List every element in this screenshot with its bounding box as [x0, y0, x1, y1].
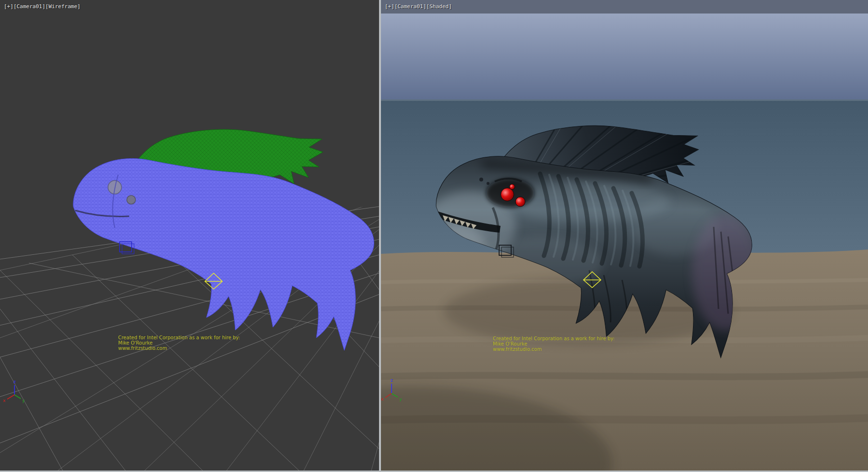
fish-eye-spot-small [127, 195, 136, 204]
viewport-camera-menu[interactable]: [Camera01] [14, 3, 45, 10]
fish-eye-third [510, 184, 515, 190]
viewport-shading-menu[interactable]: [Wireframe] [45, 3, 81, 10]
viewport-wireframe[interactable]: z x y [+][Camera01][Wireframe] Created f… [0, 0, 379, 471]
watermark: Created for Intel Corporation as a work … [118, 335, 240, 351]
viewport-shading-menu[interactable]: [Shaded] [426, 3, 452, 10]
watermark-line-1: Created for Intel Corporation as a work … [118, 335, 240, 340]
viewport-top-band [381, 0, 868, 14]
axis-x-label: x [381, 397, 384, 402]
axis-y-label: y [399, 397, 402, 402]
shaded-scene[interactable]: z x y [381, 0, 868, 471]
horizon-line [381, 99, 868, 101]
watermark-line-3: www.fritzstudio.com [118, 346, 240, 351]
sky-background [381, 14, 868, 101]
watermark-line-3: www.fritzstudio.com [493, 347, 615, 352]
watermark: Created for Intel Corporation as a work … [493, 336, 615, 352]
watermark-line-2: Mike O'Rourke [493, 341, 615, 347]
viewport-label: [+][Camera01][Shaded] [385, 3, 452, 10]
fish-eye-main [501, 188, 514, 201]
viewport-pov-menu[interactable]: [+] [4, 3, 14, 10]
wireframe-scene[interactable]: z x y [0, 0, 379, 471]
viewport-shaded[interactable]: z x y [+][Camera01][Shaded] Created for … [381, 0, 868, 471]
watermark-line-2: Mike O'Rourke [118, 340, 240, 346]
viewport-label: [+][Camera01][Wireframe] [4, 3, 81, 10]
viewport-pov-menu[interactable]: [+] [385, 3, 394, 10]
viewport-camera-menu[interactable]: [Camera01] [394, 3, 426, 10]
axis-z-label: z [391, 378, 393, 383]
watermark-line-1: Created for Intel Corporation as a work … [493, 336, 615, 341]
max-camera-viewports-window: z x y [+][Camera01][Wireframe] Created f… [0, 0, 868, 472]
axis-z-label: z [14, 379, 16, 384]
axis-x-label: x [3, 398, 6, 403]
axis-y-label: y [22, 398, 25, 403]
fish-eye-second [515, 197, 525, 207]
